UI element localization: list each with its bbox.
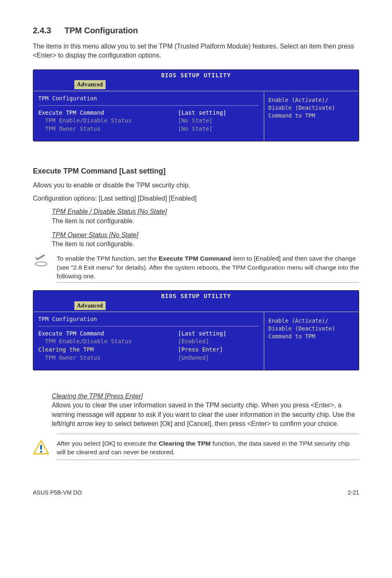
bios-help-panel: Enable (Activate)/ Disable (Deactivate) … [264, 91, 359, 141]
warning-text: After you select [OK] to execute the Cle… [57, 439, 359, 457]
item-body: Allows you to clear the user information… [52, 401, 359, 428]
row-label: Execute TPM Command [38, 109, 178, 117]
row-value: [No State] [178, 117, 212, 125]
item-title: Clearing the TPM [Press Enter] [52, 392, 359, 401]
row-value: [Enabled] [178, 338, 209, 346]
intro-text: The items in this menu allow you to set … [33, 42, 359, 60]
row-label: TPM Enable/Disable Status [38, 338, 178, 346]
bios-title: BIOS SETUP UTILITY [33, 70, 359, 81]
warn-span: After you select [OK] to execute the [57, 440, 159, 447]
svg-rect-1 [37, 254, 45, 260]
svg-point-5 [40, 451, 42, 453]
bios-tab-advanced: Advanced [74, 301, 106, 310]
note-bold: Execute TPM Command [159, 255, 231, 262]
row-value: [No State] [178, 125, 212, 133]
section-number: 2.4.3 [33, 26, 51, 35]
help-line: Enable (Activate)/ [268, 96, 355, 104]
bios-row: TPM Enable/Disable Status[No State] [38, 117, 259, 125]
bios-help-panel: Enable (Activate)/ Disable (Deactivate) … [264, 312, 359, 370]
help-line: Disable (Deactivate) [268, 325, 355, 333]
bios-panel-title: TPM Configuration [38, 315, 259, 324]
svg-marker-2 [35, 257, 37, 259]
bios-row: TPM Enable/Disable Status[Enabled] [38, 338, 259, 346]
bios-screenshot-1: BIOS SETUP UTILITY Advanced TPM Configur… [33, 69, 359, 142]
note-text: To enable the TPM function, set the Exec… [57, 254, 359, 281]
row-value: [Last setting] [178, 330, 226, 338]
row-label: TPM Owner Status [38, 125, 178, 133]
note-icon [33, 254, 49, 273]
bios-row: TPM Owner Status[UnOwned] [38, 354, 259, 362]
section-title: TPM Configuration [65, 26, 138, 35]
warning-icon [33, 439, 49, 458]
help-line: Command to TPM [268, 333, 355, 340]
help-line: Disable (Deactivate) [268, 104, 355, 112]
item-body: The item is not configurable. [52, 240, 359, 249]
item-title: TPM Owner Status [No State] [52, 231, 359, 240]
help-line: Enable (Activate)/ [268, 317, 355, 325]
item-title: TPM Enable / Disable Status [No State] [52, 207, 359, 216]
bios-row: Execute TPM Command[Last setting] [38, 109, 259, 117]
svg-point-0 [35, 262, 47, 266]
body-text: Configuration options: [Last setting] [D… [33, 194, 359, 203]
footer-page: 2-21 [348, 489, 359, 497]
row-label: TPM Owner Status [38, 354, 178, 362]
bios-tab-advanced: Advanced [74, 80, 106, 89]
row-label: Execute TPM Command [38, 330, 178, 338]
bios-row: Execute TPM Command[Last setting] [38, 330, 259, 338]
row-value: [UnOwned] [178, 354, 209, 362]
sub-heading: Execute TPM Command [Last setting] [33, 166, 359, 176]
row-value: [Last setting] [178, 109, 226, 117]
row-value: [Press Enter] [178, 346, 223, 354]
body-text: Allows you to enable or disable the TPM … [33, 181, 359, 190]
row-label: TPM Enable/Disable Status [38, 117, 178, 125]
bios-row: Clearing the TPM[Press Enter] [38, 346, 259, 354]
help-line: Command to TPM [268, 112, 355, 120]
warn-bold: Clearing the TPM [159, 440, 211, 447]
note-span: To enable the TPM function, set the [57, 255, 159, 262]
svg-rect-4 [40, 445, 42, 450]
row-label: Clearing the TPM [38, 346, 178, 354]
item-body: The item is not configurable. [52, 217, 359, 226]
footer-left: ASUS P5B-VM DO [33, 489, 82, 497]
bios-title: BIOS SETUP UTILITY [33, 291, 359, 301]
bios-panel-title: TPM Configuration [38, 95, 259, 103]
bios-row: TPM Owner Status[No State] [38, 125, 259, 133]
bios-screenshot-2: BIOS SETUP UTILITY Advanced TPM Configur… [33, 290, 359, 370]
